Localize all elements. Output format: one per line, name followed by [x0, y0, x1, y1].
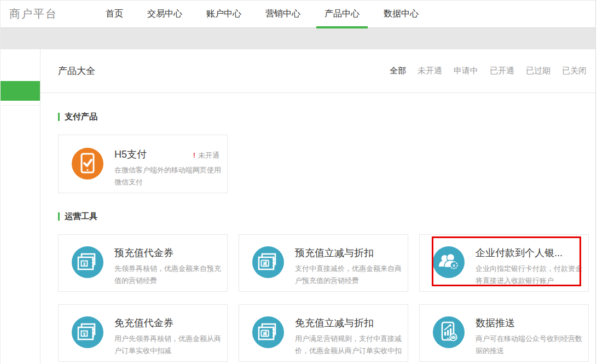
filter-tab-expired[interactable]: 已过期	[526, 66, 550, 76]
product-card-h5-pay[interactable]: H5支付 !未开通 在微信客户端外的移动端网页使用微信支付	[58, 135, 228, 193]
top-nav: 首页 交易中心 账户中心 营销中心 产品中心 数据中心	[106, 1, 419, 27]
phone-check-icon	[72, 148, 103, 180]
page-title: 产品大全	[58, 65, 95, 77]
svg-text:减: 减	[262, 261, 268, 266]
title-row: 产品大全 全部 未开通 申请中 已开通 已过期 已关闭	[40, 49, 595, 93]
left-sidebar	[1, 49, 40, 363]
product-card-free-voucher[interactable]: ¥ 免充值代金券 用户先领券再核销，优惠金额从商户订单实收中扣减	[58, 304, 228, 362]
svg-text:减: 减	[262, 331, 268, 336]
green-bar-icon	[58, 113, 60, 121]
card-description: 在微信客户端外的移动端网页使用微信支付	[114, 164, 223, 188]
section-operation-tools: 运营工具 ¥	[58, 211, 588, 362]
section-payment-products: 支付产品	[58, 112, 588, 193]
svg-text:¥: ¥	[83, 331, 85, 337]
svg-text:¥: ¥	[83, 261, 85, 267]
coupon-discount-icon: 减	[252, 246, 284, 278]
card-description: 支付中直接减价，优惠金额来自商户预充值的营销经费	[295, 263, 403, 287]
nav-item-account-center[interactable]: 账户中心	[206, 1, 241, 27]
filter-tab-all[interactable]: 全部	[390, 66, 406, 76]
svg-text:¥: ¥	[453, 263, 455, 268]
nav-item-marketing-center[interactable]: 营销中心	[265, 1, 300, 27]
people-payment-icon: ¥	[433, 246, 465, 278]
nav-item-transaction-center[interactable]: 交易中心	[147, 1, 182, 27]
card-title: 数据推送	[476, 316, 515, 330]
product-card-free-discount[interactable]: 减 免充值立减与折扣 用户满足营销规则，支付中直接减价，优惠金额从商户订单实收中…	[239, 304, 408, 362]
green-bar-icon	[58, 212, 60, 221]
card-description: 商户可在移动端公众号收到经营数据的推送	[476, 333, 584, 357]
card-description: 先领券再核销，优惠金额来自预充值的营销经费	[114, 263, 223, 287]
card-description: 企业向指定银行卡付款，付款资金将直接进入收款银行账户	[476, 263, 584, 287]
coupon-yen-icon: ¥	[72, 246, 103, 278]
card-title: 企业付款到个人银...	[476, 246, 563, 259]
sidebar-selected-item[interactable]	[1, 81, 40, 101]
card-description: 用户先领券再核销，优惠金额从商户订单实收中扣减	[114, 333, 223, 357]
product-card-corporate-payment-to-bank-card[interactable]: ¥ 企业付款到个人银... 企业向指定银行卡付款，付款资金将直接进入收款银行账户	[419, 234, 589, 292]
filter-tab-closed[interactable]: 已关闭	[562, 66, 587, 76]
filter-tab-opened[interactable]: 已开通	[490, 66, 514, 76]
product-card-data-push[interactable]: 数据推送 商户可在移动端公众号收到经营数据的推送	[419, 304, 589, 362]
data-push-icon	[433, 316, 465, 348]
coupon-yen-icon: ¥	[72, 316, 103, 348]
card-description: 用户满足营销规则，支付中直接减价，优惠金额从商户订单实收中扣	[295, 333, 403, 357]
product-card-prepaid-voucher[interactable]: ¥ 预充值代金券 先领券再核销，优惠金额来自预充值的营销经费	[58, 234, 228, 292]
section-heading-label: 运营工具	[65, 211, 97, 222]
section-heading: 运营工具	[58, 211, 588, 222]
main-panel: 产品大全 全部 未开通 申请中 已开通 已过期 已关闭 支付产品	[40, 49, 595, 363]
coupon-discount-icon: 减	[252, 316, 284, 348]
status-filter-tabs: 全部 未开通 申请中 已开通 已过期 已关闭	[390, 66, 587, 76]
brand-logo: 商户平台	[9, 1, 57, 27]
card-title: H5支付	[114, 148, 147, 161]
filter-tab-not-opened[interactable]: 未开通	[418, 66, 442, 76]
filter-tab-applying[interactable]: 申请中	[454, 66, 478, 76]
nav-item-homepage[interactable]: 首页	[106, 1, 123, 27]
card-title: 免充值代金券	[114, 316, 173, 330]
card-title: 预充值代金券	[114, 246, 173, 259]
top-header: 商户平台 首页 交易中心 账户中心 营销中心 产品中心 数据中心	[1, 0, 595, 28]
nav-item-data-center[interactable]: 数据中心	[384, 1, 419, 27]
product-card-prepaid-discount[interactable]: 减 预充值立减与折扣 支付中直接减价，优惠金额来自商户预充值的营销经费	[239, 234, 408, 292]
section-heading: 支付产品	[58, 112, 588, 122]
sub-header-bar	[1, 28, 595, 49]
page: 商户平台 首页 交易中心 账户中心 营销中心 产品中心 数据中心 产品大全 全部…	[0, 0, 596, 364]
status-badge: !未开通	[193, 151, 219, 160]
card-title: 免充值立减与折扣	[295, 316, 374, 330]
sidebar-divider	[2, 105, 40, 106]
alert-mark-icon: !	[193, 151, 195, 159]
nav-item-product-center[interactable]: 产品中心	[324, 1, 360, 27]
card-title: 预充值立减与折扣	[295, 246, 374, 259]
section-heading-label: 支付产品	[65, 112, 97, 122]
